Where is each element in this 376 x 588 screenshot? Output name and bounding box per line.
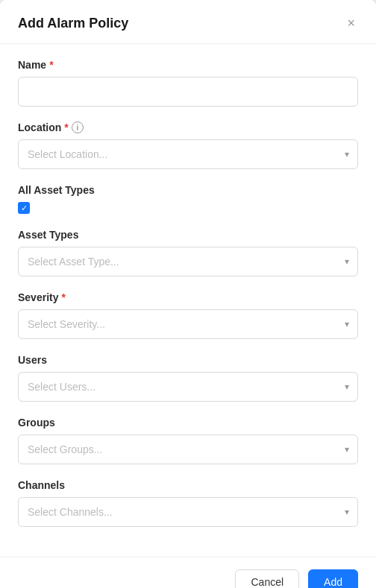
asset-types-select-wrapper: Select Asset Type... ▾ bbox=[18, 247, 358, 276]
users-label: Users bbox=[18, 354, 358, 366]
channels-select-wrapper: Select Channels... ▾ bbox=[18, 497, 358, 527]
modal-header: Add Alarm Policy × bbox=[0, 0, 376, 44]
all-asset-types-label: All Asset Types bbox=[18, 184, 358, 196]
severity-select[interactable]: Select Severity... bbox=[18, 309, 358, 339]
users-select-wrapper: Select Users... ▾ bbox=[18, 372, 358, 402]
name-required-star: * bbox=[49, 59, 53, 71]
groups-select-wrapper: Select Groups... ▾ bbox=[18, 434, 358, 464]
severity-select-wrapper: Select Severity... ▾ bbox=[18, 309, 358, 339]
add-alarm-policy-modal: Add Alarm Policy × Name * Location * i bbox=[0, 0, 376, 588]
location-info-icon: i bbox=[72, 121, 84, 133]
all-asset-types-group: All Asset Types ✓ bbox=[18, 184, 358, 214]
location-group: Location * i Select Location... ▾ bbox=[18, 121, 358, 169]
asset-types-group: Asset Types Select Asset Type... ▾ bbox=[18, 229, 358, 276]
checkbox-checkmark: ✓ bbox=[21, 204, 28, 212]
modal-title: Add Alarm Policy bbox=[18, 16, 128, 31]
location-select[interactable]: Select Location... bbox=[18, 139, 358, 169]
channels-group: Channels Select Channels... ▾ bbox=[18, 479, 358, 527]
asset-types-label: Asset Types bbox=[18, 229, 358, 241]
location-label: Location * i bbox=[18, 121, 358, 133]
name-group: Name * bbox=[18, 59, 358, 107]
channels-label: Channels bbox=[18, 479, 358, 491]
modal-body: Name * Location * i Select Location... ▾ bbox=[0, 44, 376, 557]
location-select-wrapper: Select Location... ▾ bbox=[18, 139, 358, 169]
groups-group: Groups Select Groups... ▾ bbox=[18, 417, 358, 464]
all-asset-types-checkbox[interactable]: ✓ bbox=[18, 202, 30, 214]
severity-group: Severity * Select Severity... ▾ bbox=[18, 291, 358, 339]
channels-select[interactable]: Select Channels... bbox=[18, 497, 358, 527]
name-input[interactable] bbox=[18, 77, 358, 107]
users-select[interactable]: Select Users... bbox=[18, 372, 358, 402]
asset-types-select[interactable]: Select Asset Type... bbox=[18, 247, 358, 276]
location-required-star: * bbox=[64, 121, 68, 133]
name-label: Name * bbox=[18, 59, 358, 71]
severity-label: Severity * bbox=[18, 291, 358, 303]
close-button[interactable]: × bbox=[344, 15, 358, 31]
all-asset-types-checkbox-wrapper: ✓ bbox=[18, 202, 358, 214]
add-button[interactable]: Add bbox=[308, 569, 358, 588]
users-group: Users Select Users... ▾ bbox=[18, 354, 358, 402]
groups-select[interactable]: Select Groups... bbox=[18, 434, 358, 464]
severity-required-star: * bbox=[61, 291, 65, 303]
groups-label: Groups bbox=[18, 417, 358, 429]
cancel-button[interactable]: Cancel bbox=[235, 569, 299, 588]
modal-footer: Cancel Add bbox=[0, 557, 376, 588]
